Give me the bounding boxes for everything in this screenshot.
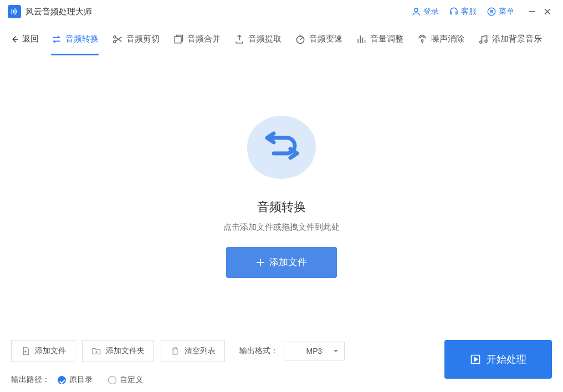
menu-icon xyxy=(487,7,497,17)
minimize-button[interactable] xyxy=(524,4,540,19)
drop-zone[interactable]: 音频转换 点击添加文件或拖拽文件到此处 添加文件 xyxy=(0,56,563,332)
tab-audio-merge[interactable]: 音频合并 xyxy=(173,23,221,55)
trash-icon xyxy=(170,346,180,356)
radio-unchecked-icon xyxy=(108,376,116,384)
extract-icon xyxy=(234,34,245,45)
tab-audio-extract[interactable]: 音频提取 xyxy=(234,23,282,55)
chevron-down-icon xyxy=(333,348,339,354)
tabs-bar: 返回 音频转换 音频剪切 音频合并 音频提取 音频变速 音量调整 噪声消除 添加… xyxy=(0,23,563,55)
music-icon xyxy=(478,34,489,45)
svg-point-6 xyxy=(421,39,423,41)
clear-list-button[interactable]: 清空列表 xyxy=(161,340,225,362)
title-bar: 风云音频处理大师 登录 客服 菜单 xyxy=(0,0,563,23)
close-icon xyxy=(544,8,551,16)
play-icon xyxy=(470,354,481,365)
minimize-icon xyxy=(528,8,536,16)
format-select[interactable]: MP3 xyxy=(284,342,345,360)
user-icon xyxy=(411,7,421,17)
start-button[interactable]: 开始处理 xyxy=(444,340,552,379)
speed-icon xyxy=(295,34,306,45)
support-button[interactable]: 客服 xyxy=(449,7,477,17)
add-file-big-button[interactable]: 添加文件 xyxy=(226,247,337,278)
output-path-label: 输出路径： xyxy=(11,375,50,385)
tab-noise-remove[interactable]: 噪声消除 xyxy=(417,23,464,55)
convert-icon xyxy=(51,34,62,45)
radio-original-dir[interactable]: 原目录 xyxy=(58,375,93,385)
svg-point-8 xyxy=(485,40,487,42)
convert-illustration-icon xyxy=(243,111,320,183)
main-title: 音频转换 xyxy=(257,199,306,215)
merge-icon xyxy=(173,34,184,45)
tab-audio-cut[interactable]: 音频剪切 xyxy=(112,23,160,55)
app-logo-icon xyxy=(8,5,21,18)
tab-audio-convert[interactable]: 音频转换 xyxy=(51,23,99,55)
app-title: 风云音频处理大师 xyxy=(25,7,92,17)
noise-icon xyxy=(417,34,428,45)
tab-audio-speed[interactable]: 音频变速 xyxy=(295,23,342,55)
close-button[interactable] xyxy=(540,4,555,19)
scissors-icon xyxy=(112,34,123,45)
folder-plus-icon xyxy=(91,346,101,356)
radio-checked-icon xyxy=(58,376,66,384)
plus-icon xyxy=(256,258,265,267)
main-subtitle: 点击添加文件或拖拽文件到此处 xyxy=(223,222,340,233)
menu-button[interactable]: 菜单 xyxy=(487,7,514,17)
tab-bg-music[interactable]: 添加背景音乐 xyxy=(478,23,542,55)
equalizer-icon xyxy=(356,34,367,45)
bottom-bar: 添加文件 添加文件夹 清空列表 输出格式： MP3 开始处理 输出路径： 原目录… xyxy=(0,332,563,392)
arrow-left-icon xyxy=(10,34,20,44)
svg-rect-4 xyxy=(175,37,181,43)
back-button[interactable]: 返回 xyxy=(10,34,39,44)
file-plus-icon xyxy=(21,346,30,356)
add-folder-button[interactable]: 添加文件夹 xyxy=(82,340,154,362)
format-label: 输出格式： xyxy=(239,346,278,356)
svg-point-7 xyxy=(480,40,482,43)
tab-volume-adjust[interactable]: 音量调整 xyxy=(356,23,403,55)
login-button[interactable]: 登录 xyxy=(411,7,439,17)
add-file-button[interactable]: 添加文件 xyxy=(11,340,75,362)
svg-point-0 xyxy=(414,8,418,12)
headset-icon xyxy=(449,7,459,17)
radio-custom-dir[interactable]: 自定义 xyxy=(108,375,143,385)
